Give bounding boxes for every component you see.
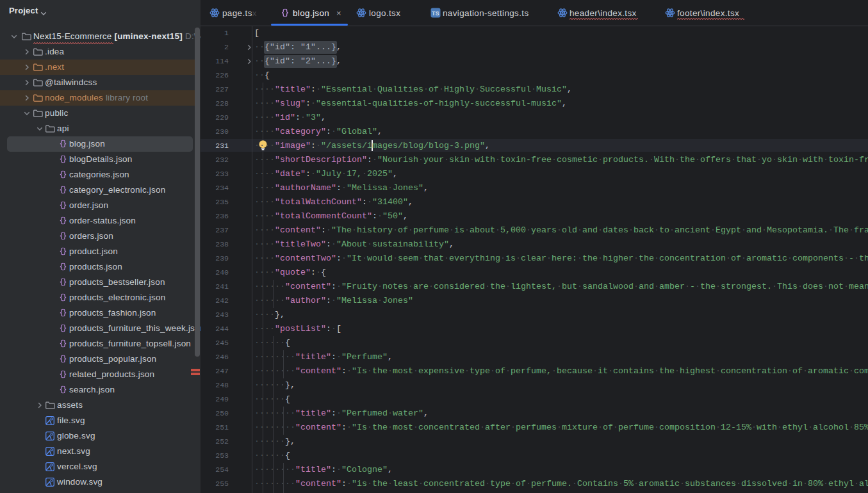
svg-text:TS: TS <box>432 10 439 17</box>
